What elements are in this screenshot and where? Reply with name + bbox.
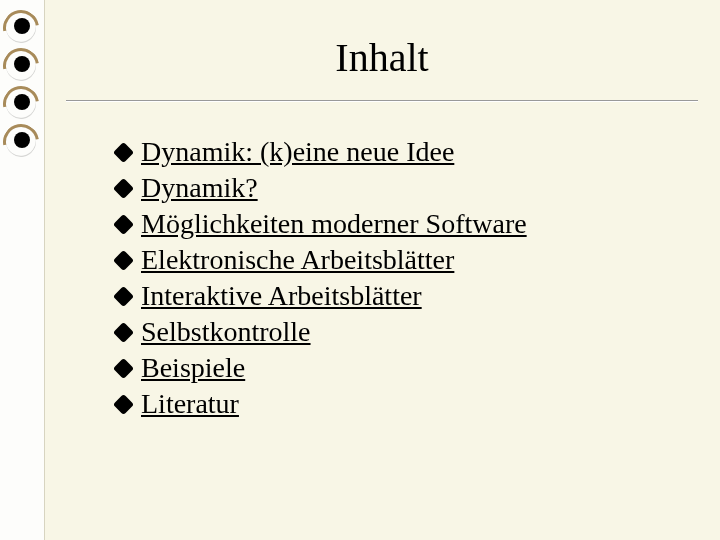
diamond-bullet-icon [113,321,134,342]
list-item: Dynamik: (k)eine neue Idee [116,134,690,170]
slide: Inhalt Dynamik: (k)eine neue Idee Dynami… [0,0,720,540]
diamond-bullet-icon [113,393,134,414]
list-item: Interaktive Arbeitsblätter [116,278,690,314]
title-divider [66,100,698,101]
toc-link-4[interactable]: Elektronische Arbeitsblätter [141,246,454,274]
spiral-binding [0,0,45,540]
toc-link-6[interactable]: Selbstkontrolle [141,318,311,346]
toc-link-5[interactable]: Interaktive Arbeitsblätter [141,282,422,310]
diamond-bullet-icon [113,177,134,198]
toc-link-3[interactable]: Möglichkeiten moderner Software [141,210,527,238]
list-item: Selbstkontrolle [116,314,690,350]
toc-link-1[interactable]: Dynamik: (k)eine neue Idee [141,138,454,166]
toc-link-8[interactable]: Literatur [141,390,239,418]
diamond-bullet-icon [113,141,134,162]
diamond-bullet-icon [113,249,134,270]
list-item: Dynamik? [116,170,690,206]
list-item: Literatur [116,386,690,422]
list-item: Elektronische Arbeitsblätter [116,242,690,278]
list-item: Beispiele [116,350,690,386]
toc-link-7[interactable]: Beispiele [141,354,245,382]
diamond-bullet-icon [113,285,134,306]
diamond-bullet-icon [113,357,134,378]
slide-title: Inhalt [44,34,720,81]
content-list: Dynamik: (k)eine neue Idee Dynamik? Mögl… [116,134,690,422]
list-item: Möglichkeiten moderner Software [116,206,690,242]
toc-link-2[interactable]: Dynamik? [141,174,258,202]
diamond-bullet-icon [113,213,134,234]
